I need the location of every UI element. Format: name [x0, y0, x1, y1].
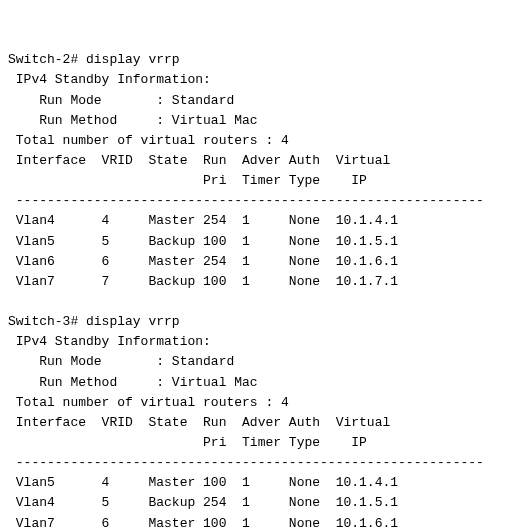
terminal-output: Switch-2# display vrrp IPv4 Standby Info…: [8, 50, 520, 527]
